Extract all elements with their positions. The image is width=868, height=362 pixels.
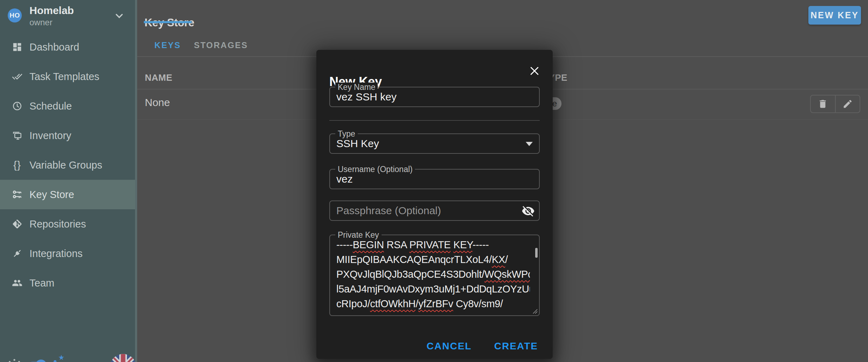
sidebar-item-label: Repositories [29,218,86,230]
sidebar-footer: A ★ [0,351,137,362]
keys-icon [12,189,23,200]
sidebar-item-label: Key Store [29,189,74,200]
type-value: SSH Key [336,134,379,153]
active-tab-indicator [144,21,191,23]
sidebar-scrollbar[interactable] [135,0,137,362]
cancel-button[interactable]: CANCEL [426,341,472,352]
passphrase-placeholder: Passphrase (Optional) [336,201,441,220]
key-name-value: vez SSH key [336,87,397,106]
private-key-textarea[interactable]: Private Key -----BEGIN RSA PRIVATE KEY--… [329,235,540,316]
private-key-content: -----BEGIN RSA PRIVATE KEY-----MIIEpQIBA… [336,237,530,314]
passphrase-field[interactable]: Passphrase (Optional) [329,200,540,221]
sidebar-item-integrations[interactable]: Integrations [0,239,137,268]
sidebar-item-team[interactable]: Team [0,268,137,298]
dialog-divider [329,120,540,121]
sidebar-item-label: Inventory [29,130,71,141]
project-role: owner [29,18,52,27]
brightness-icon[interactable] [4,356,25,362]
dashboard-icon [12,41,23,53]
sidebar-item-key-store[interactable]: Key Store [0,180,137,209]
chevron-down-icon[interactable] [113,9,126,22]
type-select[interactable]: Type SSH Key [329,133,540,154]
sidebar-item-label: Task Templates [29,71,99,83]
monitor-multiple-icon [12,130,23,141]
key-name-field[interactable]: Key Name vez SSH key [329,87,540,107]
sidebar-item-schedule[interactable]: Schedule [0,91,137,121]
language-star-icon: ★ [58,353,65,362]
dark-mode-toggle-knob[interactable] [35,360,47,362]
tab-keys[interactable]: KEYS [144,34,191,57]
caret-down-icon [526,142,533,146]
eye-off-icon[interactable] [522,204,535,218]
username-value: vez [336,170,353,189]
sidebar-item-label: Team [29,277,54,289]
create-button[interactable]: CREATE [494,341,538,352]
done-all-icon [12,71,23,82]
project-avatar: HO [8,8,22,22]
project-name: Homelab [29,5,74,17]
sidebar-item-label: Schedule [29,100,72,112]
people-icon [12,277,23,289]
sidebar-item-variable-groups[interactable]: {} Variable Groups [0,150,137,180]
row-action-group [810,95,860,113]
textarea-scrollbar[interactable] [535,248,538,258]
edit-button[interactable] [836,96,860,112]
braces-icon: {} [12,159,23,171]
git-icon [12,218,23,230]
column-header-name: NAME [145,72,173,83]
clock-icon [12,100,23,112]
project-switcher[interactable]: HO Homelab owner [0,0,137,32]
close-icon[interactable] [528,65,541,77]
sidebar-item-dashboard[interactable]: Dashboard [0,32,137,62]
new-key-dialog: New Key Key Name vez SSH key Type SSH Ke… [316,50,553,359]
sidebar: HO Homelab owner Dashboard Task Template… [0,0,137,362]
sidebar-item-inventory[interactable]: Inventory [0,121,137,150]
sidebar-item-label: Variable Groups [29,159,102,171]
dialog-actions: CANCEL CREATE [426,341,538,352]
plug-icon [12,248,23,259]
table-row-name: None [145,97,170,108]
trash-icon [817,99,828,109]
uk-flag-icon[interactable] [110,354,136,362]
sidebar-item-task-templates[interactable]: Task Templates [0,62,137,91]
sidebar-item-repositories[interactable]: Repositories [0,209,137,239]
delete-button[interactable] [811,96,835,112]
new-key-button[interactable]: NEW KEY [808,6,861,25]
tab-storages[interactable]: STORAGES [191,34,250,57]
resize-handle-icon[interactable] [530,306,538,315]
sidebar-item-label: Integrations [29,248,83,259]
pencil-icon [842,99,853,109]
username-field[interactable]: Username (Optional) vez [329,169,540,189]
sidebar-item-label: Dashboard [29,41,79,53]
sidebar-nav: Dashboard Task Templates Schedule Invent… [0,32,137,298]
